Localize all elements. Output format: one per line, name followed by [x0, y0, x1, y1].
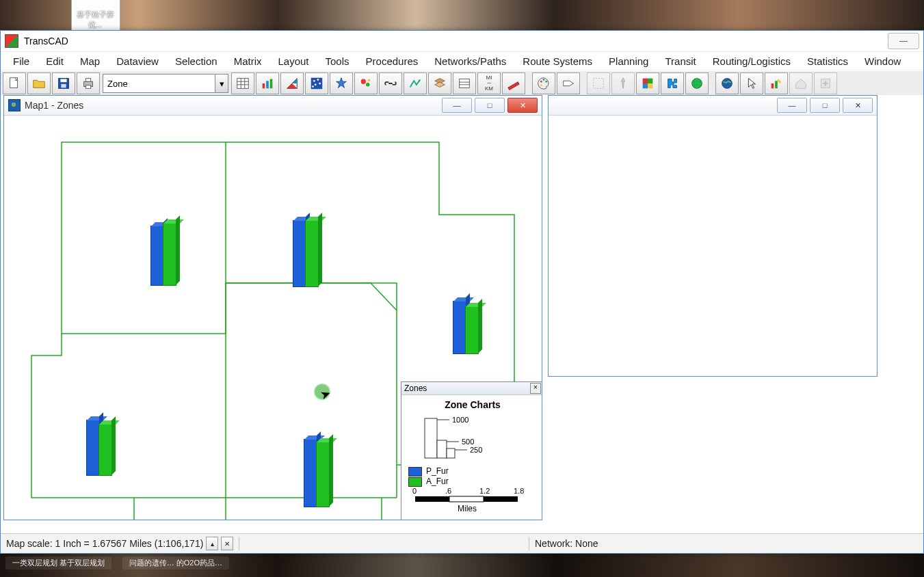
taskbar-item[interactable]: 一类双层规划 基于双层规划: [5, 556, 111, 569]
status-network-text: Network: None: [535, 538, 598, 549]
legend-reference-chart: 1000 500 250: [408, 414, 490, 464]
star-tool-button[interactable]: [330, 72, 353, 94]
scale-step-up-button[interactable]: ▴: [206, 537, 218, 550]
child-maximize-button[interactable]: □: [475, 98, 505, 113]
svg-marker-24: [336, 78, 347, 88]
save-button[interactable]: [52, 72, 75, 94]
add-layer-button[interactable]: [814, 72, 837, 94]
child-minimize-button[interactable]: —: [777, 98, 807, 113]
globe-green-button[interactable]: [685, 72, 709, 94]
child-close-button[interactable]: ✕: [507, 98, 538, 113]
svg-rect-59: [437, 440, 447, 458]
bar-a-fur: [465, 306, 479, 354]
child-close-button[interactable]: ✕: [843, 98, 873, 113]
child-minimize-button[interactable]: —: [442, 98, 472, 113]
menu-route-systems[interactable]: Route Systems: [514, 53, 600, 70]
menu-file[interactable]: File: [5, 53, 38, 70]
app-title: TransCAD: [24, 36, 68, 46]
bar-p-fur: [453, 301, 466, 354]
svg-rect-31: [460, 79, 470, 88]
color-theme-button[interactable]: [280, 72, 304, 94]
svg-point-36: [543, 79, 545, 81]
edit-theme-button[interactable]: [765, 72, 788, 94]
menu-matrix[interactable]: Matrix: [226, 53, 270, 70]
svg-point-25: [361, 79, 366, 84]
menu-layout[interactable]: Layout: [269, 53, 317, 70]
svg-rect-39: [594, 79, 604, 89]
units-button[interactable]: MI─KM: [477, 72, 501, 94]
child-window-secondary[interactable]: — □ ✕: [548, 95, 877, 377]
window-minimize-button[interactable]: —: [888, 33, 919, 49]
chart-theme-button[interactable]: [256, 72, 279, 94]
legend-series-row: A_Fur: [408, 477, 537, 487]
child-window-map[interactable]: Map1 - Zones — □ ✕: [3, 95, 542, 520]
puzzle-button[interactable]: [661, 72, 684, 94]
map-canvas[interactable]: ➤ Zones × Zone Charts: [4, 115, 542, 520]
menu-window[interactable]: Window: [856, 53, 909, 70]
menu-tools[interactable]: Tools: [317, 53, 358, 70]
layer-dropdown[interactable]: Zone ▾: [103, 74, 228, 93]
menu-dataview[interactable]: Dataview: [108, 53, 167, 70]
svg-rect-64: [415, 496, 449, 502]
measure-button[interactable]: [502, 72, 525, 94]
scatter-button[interactable]: [305, 72, 328, 94]
scale-close-button[interactable]: ✕: [221, 537, 233, 550]
menu-transit[interactable]: Transit: [657, 53, 704, 70]
menu-planning[interactable]: Planning: [600, 53, 657, 70]
legend-titlebar[interactable]: Zones ×: [401, 382, 542, 395]
svg-point-23: [312, 85, 314, 88]
menu-routing-logistics[interactable]: Routing/Logistics: [704, 53, 799, 70]
dataview-button[interactable]: [231, 72, 254, 94]
legend-popup[interactable]: Zones × Zone Charts 1000: [401, 381, 542, 520]
svg-text:.6: .6: [445, 487, 451, 495]
bar-a-fur: [163, 223, 176, 286]
map-window-icon: [8, 99, 21, 111]
print-button[interactable]: [77, 72, 100, 94]
select-map-button[interactable]: [587, 72, 610, 94]
menu-procedures[interactable]: Procedures: [358, 53, 427, 70]
link-tool-button[interactable]: [379, 72, 402, 94]
menu-networks-paths[interactable]: Networks/Paths: [426, 53, 514, 70]
child-window-body: [549, 115, 877, 376]
status-scale: Map scale: 1 Inch = 1.67567 Miles (1:106…: [1, 534, 239, 553]
legend-header: Zones: [404, 384, 427, 393]
grid-color-button[interactable]: [636, 72, 659, 94]
svg-rect-41: [648, 79, 652, 83]
child-window-titlebar[interactable]: Map1 - Zones — □ ✕: [4, 96, 542, 116]
new-file-button[interactable]: [3, 72, 26, 94]
svg-rect-43: [648, 83, 652, 88]
titlebar[interactable]: TransCAD —: [1, 31, 923, 52]
svg-marker-17: [292, 79, 297, 83]
open-file-button[interactable]: [27, 72, 51, 94]
globe-blue-button[interactable]: [715, 72, 739, 94]
svg-rect-40: [643, 79, 648, 83]
legend-series-row: P_Fur: [408, 466, 537, 477]
home-button[interactable]: [789, 72, 813, 94]
pin-button[interactable]: [611, 72, 635, 94]
menu-selection[interactable]: Selection: [167, 53, 226, 70]
svg-rect-48: [775, 81, 778, 88]
child-window-titlebar[interactable]: — □ ✕: [549, 96, 877, 116]
bubble-tool-button[interactable]: [354, 72, 378, 94]
palette-button[interactable]: [532, 72, 555, 94]
layers-button[interactable]: [428, 72, 451, 94]
legend-title: Zone Charts: [408, 399, 537, 410]
svg-point-19: [313, 80, 315, 82]
svg-rect-6: [85, 85, 90, 89]
label-button[interactable]: [557, 72, 580, 94]
taskbar-item[interactable]: 问题的遗传… 的O2O药品…: [122, 556, 229, 569]
pointer-button[interactable]: [740, 72, 763, 94]
bar-a-fur: [98, 424, 112, 476]
legend-scalebar: 0 .6 1.2 1.8 Miles: [408, 487, 538, 514]
table-button[interactable]: [453, 72, 476, 94]
menu-statistics[interactable]: Statistics: [799, 53, 856, 70]
menu-map[interactable]: Map: [72, 53, 108, 70]
child-maximize-button[interactable]: □: [810, 98, 840, 113]
svg-rect-42: [643, 83, 648, 88]
flow-tool-button[interactable]: [404, 72, 427, 94]
dropdown-arrow-icon[interactable]: ▾: [215, 75, 228, 92]
legend-tick: 250: [470, 446, 482, 454]
zone-bar-chart: [293, 222, 323, 287]
legend-close-button[interactable]: ×: [530, 383, 541, 394]
menu-edit[interactable]: Edit: [38, 53, 72, 70]
